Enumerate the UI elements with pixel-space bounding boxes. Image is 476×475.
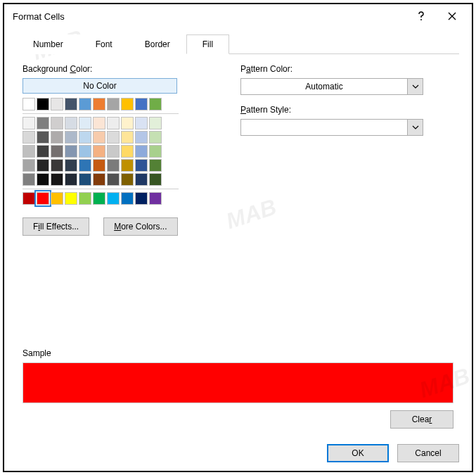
color-swatch[interactable] xyxy=(121,173,134,186)
tab-strip: Number Font Border Fill xyxy=(17,34,459,54)
color-swatch[interactable] xyxy=(135,98,148,110)
color-swatch[interactable] xyxy=(135,173,148,186)
color-swatch[interactable] xyxy=(37,159,49,172)
color-swatch[interactable] xyxy=(135,117,148,129)
pattern-style-label: Pattern Style: xyxy=(240,105,454,115)
color-swatch[interactable] xyxy=(149,145,162,158)
dialog-title: Format Cells xyxy=(13,11,406,22)
color-swatch[interactable] xyxy=(22,173,35,186)
fill-effects-button[interactable]: Fill Effects... xyxy=(22,217,89,236)
color-swatch[interactable] xyxy=(79,173,91,186)
color-swatch[interactable] xyxy=(79,159,91,172)
color-swatch[interactable] xyxy=(22,117,35,129)
color-swatch[interactable] xyxy=(65,173,77,186)
pattern-style-chevron[interactable] xyxy=(407,120,423,135)
color-swatch[interactable] xyxy=(37,131,49,144)
help-button[interactable] xyxy=(406,6,437,27)
pattern-section: Pattern Color: Automatic Pattern Style: xyxy=(240,64,454,236)
color-swatch[interactable] xyxy=(135,159,148,172)
color-swatch[interactable] xyxy=(93,173,105,186)
color-swatch[interactable] xyxy=(121,98,134,110)
color-swatch[interactable] xyxy=(22,131,35,144)
color-swatch[interactable] xyxy=(93,159,105,172)
color-swatch[interactable] xyxy=(37,117,49,129)
color-swatch[interactable] xyxy=(51,98,63,110)
color-swatch[interactable] xyxy=(37,173,49,186)
tab-number[interactable]: Number xyxy=(17,34,79,54)
color-swatch[interactable] xyxy=(79,145,91,158)
color-swatch[interactable] xyxy=(37,98,49,110)
color-swatch[interactable] xyxy=(51,159,63,172)
color-swatch[interactable] xyxy=(65,131,77,144)
color-swatch[interactable] xyxy=(121,145,134,158)
color-swatch[interactable] xyxy=(107,145,120,158)
no-color-button[interactable]: No Color xyxy=(22,78,177,94)
color-swatch[interactable] xyxy=(22,145,35,158)
color-swatch[interactable] xyxy=(107,117,120,129)
ok-button[interactable]: OK xyxy=(327,444,389,462)
color-swatch[interactable] xyxy=(149,192,162,205)
color-swatch[interactable] xyxy=(93,145,105,158)
color-swatch[interactable] xyxy=(93,192,105,205)
sample-section: Sample Clear xyxy=(22,348,454,436)
pattern-color-dropdown[interactable]: Automatic xyxy=(240,78,423,95)
cancel-button[interactable]: Cancel xyxy=(397,444,459,462)
color-swatch[interactable] xyxy=(149,117,162,129)
color-swatch[interactable] xyxy=(79,98,91,110)
color-swatch[interactable] xyxy=(93,117,105,129)
pattern-color-label: Pattern Color: xyxy=(240,64,454,74)
color-swatch[interactable] xyxy=(51,145,63,158)
color-swatch[interactable] xyxy=(93,98,105,110)
color-swatch[interactable] xyxy=(107,159,120,172)
color-swatch[interactable] xyxy=(22,159,35,172)
color-swatch[interactable] xyxy=(37,192,49,205)
tab-border[interactable]: Border xyxy=(129,34,186,54)
color-swatch[interactable] xyxy=(79,117,91,129)
sample-box xyxy=(22,362,454,403)
sample-fill xyxy=(23,363,453,403)
color-swatch[interactable] xyxy=(65,159,77,172)
color-swatch[interactable] xyxy=(65,98,77,110)
titlebar: Format Cells xyxy=(4,4,472,28)
color-swatch[interactable] xyxy=(22,98,35,110)
color-swatch[interactable] xyxy=(93,131,105,144)
tab-fill[interactable]: Fill xyxy=(186,34,229,54)
color-swatch[interactable] xyxy=(65,145,77,158)
background-color-section: Background Color: No Color Fill Effects.… xyxy=(22,64,198,236)
color-swatch[interactable] xyxy=(51,131,63,144)
pattern-color-chevron[interactable] xyxy=(407,79,423,94)
color-swatch[interactable] xyxy=(22,192,35,205)
color-swatch[interactable] xyxy=(121,159,134,172)
color-swatch[interactable] xyxy=(135,192,148,205)
color-swatch[interactable] xyxy=(135,145,148,158)
color-swatch[interactable] xyxy=(149,159,162,172)
color-swatch[interactable] xyxy=(79,192,91,205)
color-swatch[interactable] xyxy=(107,131,120,144)
color-swatch[interactable] xyxy=(121,117,134,129)
palette-buttons: Fill Effects... More Colors... xyxy=(22,217,198,236)
color-swatch[interactable] xyxy=(149,173,162,186)
color-swatch[interactable] xyxy=(121,131,134,144)
more-colors-button[interactable]: More Colors... xyxy=(103,217,177,236)
color-swatch[interactable] xyxy=(65,117,77,129)
color-swatch[interactable] xyxy=(121,192,134,205)
pattern-style-value xyxy=(241,120,407,135)
color-swatch[interactable] xyxy=(149,131,162,144)
color-swatch[interactable] xyxy=(79,131,91,144)
clear-button[interactable]: Clear xyxy=(390,410,454,429)
color-swatch[interactable] xyxy=(107,173,120,186)
color-swatch[interactable] xyxy=(51,173,63,186)
color-swatch[interactable] xyxy=(37,145,49,158)
color-swatch[interactable] xyxy=(51,117,63,129)
color-swatch[interactable] xyxy=(107,98,120,110)
color-swatch[interactable] xyxy=(149,98,162,110)
color-swatch[interactable] xyxy=(135,131,148,144)
fill-top-row: Background Color: No Color Fill Effects.… xyxy=(22,64,454,236)
tab-font[interactable]: Font xyxy=(79,34,129,54)
color-swatch[interactable] xyxy=(51,192,63,205)
pattern-style-dropdown[interactable] xyxy=(240,119,423,136)
background-color-label: Background Color: xyxy=(22,64,198,74)
close-button[interactable] xyxy=(437,6,468,27)
color-swatch[interactable] xyxy=(65,192,77,205)
color-swatch[interactable] xyxy=(107,192,120,205)
